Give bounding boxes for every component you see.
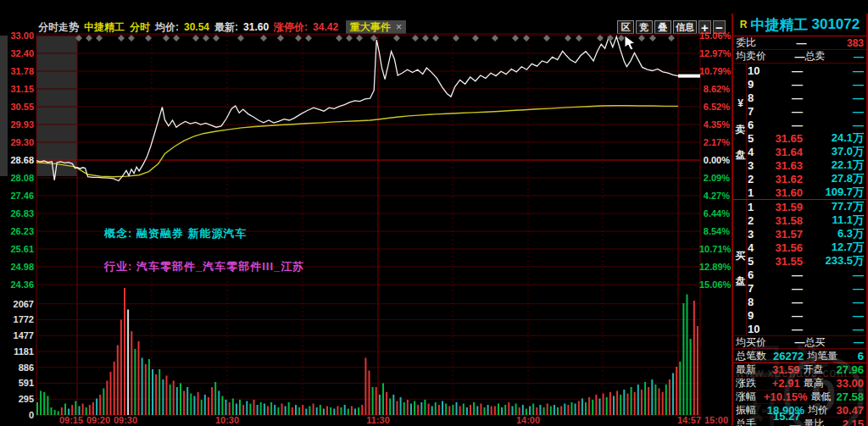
period-label[interactable]: 分时: [130, 20, 150, 35]
event-diamond-icon: [543, 35, 550, 41]
stock-name-label[interactable]: 中捷精工: [84, 20, 125, 35]
event-diamond-icon: [649, 35, 656, 41]
event-diamond-icon: [618, 35, 625, 41]
volume-axis-label: 1477: [0, 330, 34, 340]
price-axis-label: 31.78: [0, 66, 34, 76]
event-diamond-icon: [432, 35, 439, 41]
event-diamond-icon: [607, 35, 614, 41]
margin-flag-badge: R: [740, 19, 748, 30]
time-axis-label: 09:20: [86, 415, 110, 425]
weicha-value: 383: [847, 37, 864, 49]
sell-level-row[interactable]: 7——: [733, 104, 866, 118]
buy-level-row[interactable]: 9——: [733, 308, 866, 322]
event-diamond-icon: [305, 35, 312, 41]
buy-level-row[interactable]: 331.576.3万: [733, 227, 866, 241]
percent-axis-label: 6.52%: [699, 102, 730, 112]
event-diamond-icon: [472, 35, 479, 41]
price-axis-label: 25.61: [0, 244, 34, 254]
sell-level-row[interactable]: 9——: [733, 77, 866, 91]
buy-level-row[interactable]: 431.5612.7万: [733, 241, 866, 254]
view-button-2[interactable]: 竞: [636, 20, 653, 34]
event-diamond-icon: [260, 35, 267, 41]
price-axis-label: 29.93: [0, 119, 34, 130]
total-sell-value: —: [854, 51, 864, 63]
buy-level-row[interactable]: 231.5811.1万: [733, 213, 866, 227]
sell-level-row[interactable]: 531.6524.1万: [733, 131, 866, 145]
avg-sell-value: —: [795, 51, 805, 63]
limit-up-value: 34.42: [313, 21, 338, 33]
view-button-3[interactable]: 叠: [654, 20, 671, 34]
event-diamond-icon: [118, 35, 125, 41]
sell-level-row[interactable]: 8——: [733, 91, 866, 104]
percent-axis-label: 2.17%: [699, 137, 730, 147]
percent-axis-label: 12.97%: [699, 48, 730, 58]
sell-level-row[interactable]: 6——: [733, 118, 866, 131]
buy-level-row[interactable]: 7——: [733, 281, 866, 295]
view-button-4[interactable]: 信息: [673, 20, 697, 34]
sell-level-row[interactable]: 131.60109.7万: [733, 185, 866, 199]
view-button-1[interactable]: 区: [617, 20, 634, 34]
buy-level-row[interactable]: 131.5977.7万: [733, 200, 866, 213]
sell-level-row[interactable]: 231.6227.8万: [733, 172, 866, 185]
buy-ladder: 131.5977.7万231.5811.1万331.576.3万431.5612…: [733, 199, 866, 335]
volume-axis-label: 1181: [0, 346, 34, 357]
price-axis-label: 28.68: [0, 155, 34, 165]
weibi-label: 委比: [736, 36, 756, 50]
percent-axis-label: 10.79%: [699, 66, 730, 76]
mouse-cursor-icon: [625, 36, 635, 50]
volume-axis-label: 2067: [0, 299, 34, 309]
price-axis-label: 26.83: [0, 208, 34, 219]
industry-annotation: 行业: 汽车零部件_汽车零部件III_江苏: [104, 259, 304, 274]
event-diamond-icon: [356, 35, 363, 41]
price-axis-label: 33.00: [0, 30, 34, 41]
major-event-tag[interactable]: 重大事件 ×: [346, 20, 406, 34]
percent-axis-label: 8.54%: [699, 226, 730, 236]
time-axis-label: 09:30: [114, 415, 137, 425]
percent-axis-label: 15.06%: [699, 30, 730, 41]
event-diamond-icon: [346, 35, 353, 41]
event-diamond-icon: [96, 35, 103, 41]
percent-axis-label: 12.89%: [699, 262, 730, 272]
time-axis-label: 15:00: [704, 415, 728, 425]
volume-axis-label: 1772: [0, 314, 34, 324]
event-diamond-icon: [203, 35, 209, 41]
event-diamond-icon: [523, 35, 530, 41]
total-sell-label: 总卖: [805, 49, 826, 64]
event-diamond-icon: [597, 35, 604, 41]
event-diamond-icon: [163, 35, 170, 41]
price-axis-label: 31.15: [0, 84, 34, 94]
percent-axis-label: 2.09%: [699, 173, 730, 183]
sell-level-row[interactable]: 10——: [733, 64, 866, 77]
weibi-value: —: [796, 37, 806, 49]
volume-axis-label: 591: [0, 378, 34, 388]
event-diamond-icon: [393, 35, 400, 41]
price-axis-label: 27.46: [0, 191, 34, 201]
event-diamond-icon: [412, 35, 419, 41]
event-diamond-icon: [370, 35, 377, 41]
event-diamond-icon: [512, 35, 519, 41]
price-axis-label: 24.36: [0, 279, 34, 290]
buy-level-row[interactable]: 6——: [733, 268, 866, 281]
percent-axis-label: 4.35%: [699, 119, 730, 130]
buy-level-row[interactable]: 531.55233.5万: [733, 254, 866, 268]
time-axis-label: 14:00: [516, 415, 540, 425]
major-event-label: 重大事件: [350, 20, 391, 35]
sell-side-label: ¥: [735, 97, 746, 109]
weibi-row: 委比 — 383: [733, 36, 866, 50]
buy-level-row[interactable]: 8——: [733, 295, 866, 308]
close-icon[interactable]: ×: [396, 21, 402, 33]
sell-level-row[interactable]: 331.6322.1万: [733, 158, 866, 172]
percent-axis-label: 15.06%: [699, 279, 730, 290]
buy-level-row[interactable]: 10——: [733, 322, 866, 335]
avg-sell-label: 均卖价: [736, 49, 766, 64]
event-diamond-icon: [75, 35, 82, 41]
event-diamond-icon: [453, 35, 459, 41]
percent-axis-label: 10.71%: [699, 244, 730, 254]
avg-price-label: 均价:: [155, 20, 179, 35]
stock-name: 中捷精工: [750, 15, 808, 35]
stock-app-window: 分时走势 中捷精工 分时 均价: 30.54 最新: 31.60 涨停价: 34…: [0, 0, 868, 426]
last-price-value: 31.60: [243, 21, 269, 33]
price-axis-label: 32.40: [0, 48, 34, 58]
sell-level-row[interactable]: 431.6437.0万: [733, 145, 866, 158]
chart-title: 分时走势: [38, 20, 79, 35]
